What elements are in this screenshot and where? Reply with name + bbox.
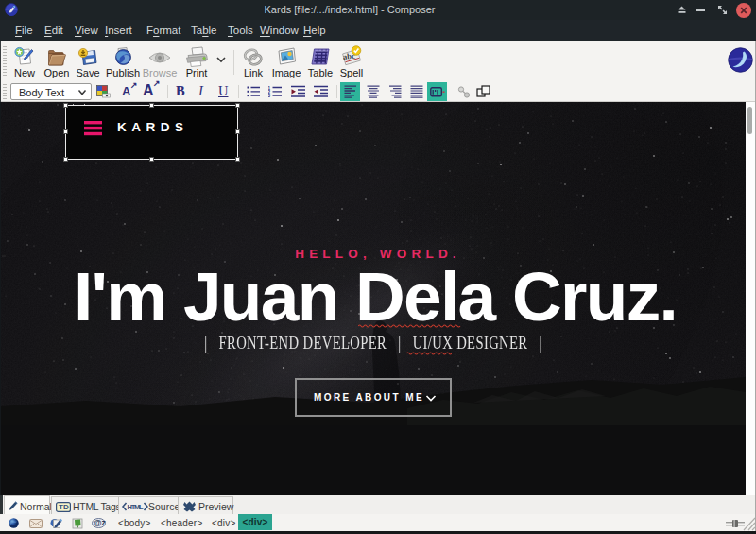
svg-text:TD: TD: [59, 503, 69, 511]
svg-text:HTML: HTML: [128, 503, 144, 511]
svg-text:3: 3: [268, 94, 271, 97]
svg-text:@z: @z: [94, 518, 106, 527]
